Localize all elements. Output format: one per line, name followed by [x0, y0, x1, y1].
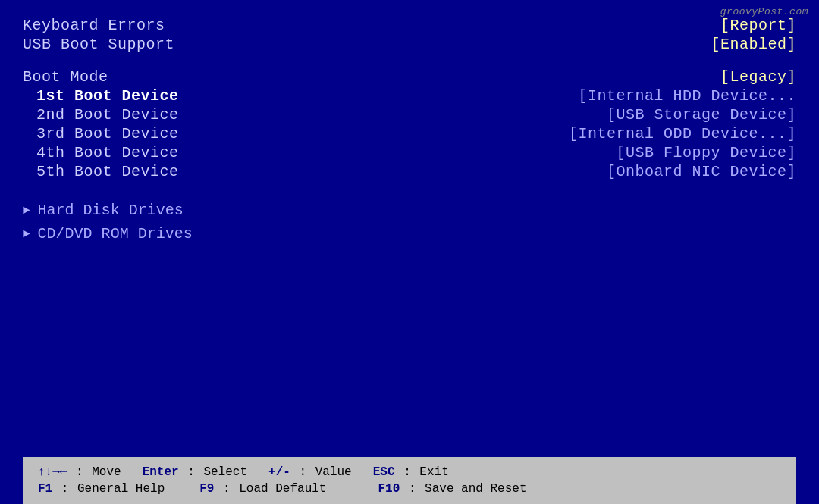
keyboard-errors-value: [Report]: [720, 17, 796, 34]
footer-f10: F10 : Save and Reset: [347, 482, 526, 496]
boot-device-2-row[interactable]: 2nd Boot Device [USB Storage Device]: [23, 106, 796, 124]
boot-device-4-value: [USB Floppy Device]: [616, 144, 796, 161]
boot-device-2-label: 2nd Boot Device: [36, 106, 179, 124]
footer-move: ↑↓→← : Move: [38, 465, 121, 479]
boot-device-3-row[interactable]: 3rd Boot Device [Internal ODD Device...]: [23, 125, 796, 142]
watermark: groovyPost.com: [720, 6, 808, 17]
boot-device-4-row[interactable]: 4th Boot Device [USB Floppy Device]: [23, 144, 796, 161]
usb-boot-row: USB Boot Support [Enabled]: [23, 36, 796, 53]
boot-device-1-label: 1st Boot Device: [36, 87, 179, 105]
usb-boot-label: USB Boot Support: [23, 36, 174, 53]
boot-device-3-label: 3rd Boot Device: [36, 125, 179, 142]
boot-device-3-value: [Internal ODD Device...]: [569, 125, 796, 142]
arrow-icon-1: ►: [23, 204, 30, 218]
boot-device-2-value: [USB Storage Device]: [607, 106, 796, 124]
main-content: Keyboard Errors [Report] USB Boot Suppor…: [23, 14, 796, 457]
boot-mode-value: [Legacy]: [720, 68, 796, 86]
hard-disk-drives-item[interactable]: ► Hard Disk Drives: [23, 202, 796, 219]
boot-device-5-row[interactable]: 5th Boot Device [Onboard NIC Device]: [23, 163, 796, 180]
boot-mode-row: Boot Mode [Legacy]: [23, 68, 796, 86]
bios-screen: groovyPost.com Keyboard Errors [Report] …: [0, 0, 819, 504]
boot-device-4-label: 4th Boot Device: [36, 144, 179, 161]
boot-device-1-value: [Internal HDD Device...: [578, 87, 796, 105]
footer-f9: F9 : Load Default: [186, 482, 326, 496]
boot-device-1-row[interactable]: 1st Boot Device [Internal HDD Device...: [23, 87, 796, 105]
footer-esc: ESC : Exit: [373, 465, 449, 479]
hard-disk-drives-label: Hard Disk Drives: [38, 202, 184, 219]
boot-device-5-label: 5th Boot Device: [36, 163, 179, 180]
usb-boot-value: [Enabled]: [711, 36, 796, 53]
arrow-icon-2: ►: [23, 227, 30, 241]
footer-f1: F1 : General Help: [38, 482, 165, 496]
cdvd-rom-drives-item[interactable]: ► CD/DVD ROM Drives: [23, 225, 796, 243]
footer-value: +/- : Value: [268, 465, 352, 479]
keyboard-errors-row: Keyboard Errors [Report]: [23, 17, 796, 34]
cdvd-rom-drives-label: CD/DVD ROM Drives: [38, 225, 193, 243]
footer-bar: ↑↓→← : Move Enter : Select +/- : Value E…: [23, 457, 796, 504]
boot-device-5-value: [Onboard NIC Device]: [607, 163, 796, 180]
footer-select: Enter : Select: [143, 465, 247, 479]
boot-mode-label: Boot Mode: [23, 68, 108, 86]
keyboard-errors-label: Keyboard Errors: [23, 17, 165, 34]
